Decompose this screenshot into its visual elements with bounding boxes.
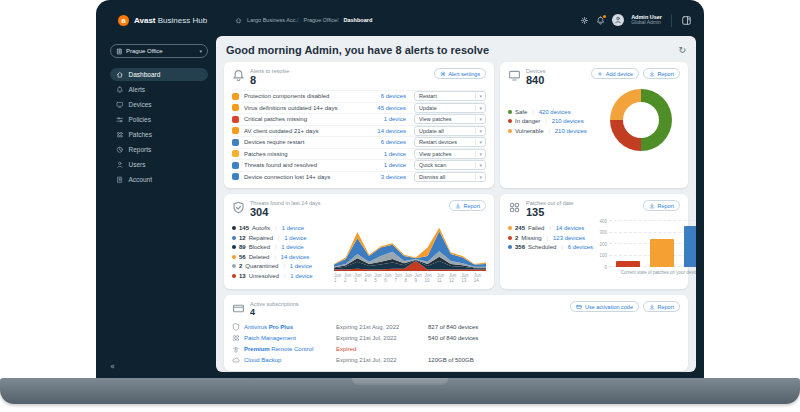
legend-dot (508, 110, 512, 114)
alert-devices-link[interactable]: 6 devices (352, 93, 406, 99)
report-button[interactable]: Report (643, 301, 680, 312)
subscription-name-link[interactable]: Cloud Backup (244, 357, 336, 363)
sidebar-item-icon (116, 86, 124, 94)
legend-label: Scheduled (528, 244, 556, 250)
user-menu[interactable]: Admin User Global Admin (631, 14, 662, 26)
devices-legend: Safe 420 devices In danger 210 devices (508, 107, 587, 136)
gear-icon[interactable] (580, 16, 589, 25)
subscription-icon (232, 345, 240, 353)
sidebar-item-label: Dashboard (129, 71, 161, 78)
alert-severity-icon (232, 139, 239, 146)
button-label: Alert settings (448, 71, 480, 77)
alert-action-select[interactable]: Restart devices ▾ (414, 137, 486, 147)
subscription-icon (232, 323, 240, 331)
patches-legend: 245 Failed 14 devices 2 Missing (508, 223, 593, 275)
legend-label: In danger (515, 118, 540, 124)
devices-card: Devices 840 Add device (500, 62, 688, 188)
button-label: Report (657, 71, 674, 77)
sidebar-item[interactable]: Account | (110, 173, 208, 186)
legend-value-link[interactable]: 1 device (281, 244, 303, 250)
report-button[interactable]: Report (449, 200, 486, 211)
alert-devices-link[interactable]: 14 devices (352, 128, 406, 134)
sidebar-item-icon (116, 131, 124, 139)
legend-value-link[interactable]: 14 devices (281, 254, 310, 260)
refresh-icon[interactable]: ↻ (678, 46, 686, 55)
alert-devices-link[interactable]: 1 device (352, 151, 406, 157)
alert-devices-link[interactable]: 1 device (352, 116, 406, 122)
sidebar-item[interactable]: Dashboard | (110, 68, 208, 81)
sidebar-item[interactable]: Users | (110, 158, 208, 171)
breadcrumb-item[interactable]: Dashboard (337, 17, 372, 23)
report-button[interactable]: Report (643, 68, 680, 79)
sidebar-item[interactable]: Reports | (110, 143, 208, 156)
alert-action-select[interactable]: Quick scan ▾ (414, 160, 486, 170)
sidebar-item[interactable]: Devices | (110, 98, 208, 111)
chevron-down-icon: ▾ (475, 139, 485, 145)
alert-devices-link[interactable]: 3 devices (352, 174, 406, 180)
breadcrumb-item[interactable]: Prague Office (297, 17, 337, 23)
report-button[interactable]: Report (643, 200, 680, 211)
use-activation-code-button[interactable]: Use activation code (570, 301, 639, 312)
legend-item: 2 Missing 123 devices (508, 233, 593, 243)
card-icon (232, 302, 245, 315)
alert-action-select[interactable]: Update all ▾ (414, 126, 486, 136)
add-device-button[interactable]: Add device (591, 68, 639, 79)
sidebar-item[interactable]: Policies | (110, 113, 208, 126)
legend-count: 13 (239, 273, 246, 279)
alert-label: Virus definitions outdated 14+ days (244, 105, 352, 111)
sidebar-item[interactable]: Alerts | NEW (110, 83, 208, 96)
legend-value-link[interactable]: 1 device (284, 235, 306, 241)
alert-devices-link[interactable]: 1 device (352, 162, 406, 168)
legend-value-link[interactable]: 123 devices (553, 235, 585, 241)
chevron-down-icon: ▾ (475, 128, 485, 134)
breadcrumb-item[interactable]: Largo Business Acc. (247, 17, 297, 23)
legend-value-link[interactable]: 6 devices (568, 244, 593, 250)
legend-value-link[interactable]: 1 device (282, 225, 304, 231)
legend-count: 145 (239, 225, 249, 231)
alert-action-select[interactable]: View patches ▾ (414, 114, 486, 124)
x-tick-label: Jun 4 (364, 273, 374, 283)
card-title: Active subscriptions (250, 301, 299, 307)
subscription-name-link[interactable]: Patch Management (244, 335, 336, 341)
org-selector[interactable]: Prague Office ▾ (110, 44, 208, 58)
sidebar-item[interactable]: Patches | (110, 128, 208, 141)
sidebar-collapse-button[interactable]: « (110, 363, 115, 371)
sidebar-item-label: Users (129, 161, 146, 168)
alerts-card: Alerts to resolve 8 Alert settings (224, 62, 494, 188)
alerts-count: 8 (250, 74, 289, 87)
legend-value-link[interactable]: 210 devices (552, 118, 584, 124)
alert-settings-button[interactable]: Alert settings (434, 68, 486, 79)
laptop-base (0, 378, 800, 404)
notifications-bell[interactable] (596, 16, 605, 25)
name-part: Cloud Backup (244, 357, 281, 363)
legend-item: In danger 210 devices (508, 116, 587, 126)
legend-value-link[interactable]: 210 devices (555, 128, 587, 134)
threats-legend: 145 Autofix 1 device 12 Repaired (232, 223, 326, 283)
download-icon (455, 203, 461, 209)
subscription-name-link[interactable]: Premium Remote Control (244, 346, 336, 352)
alert-action-select[interactable]: Restart ▾ (414, 91, 486, 101)
download-icon (649, 304, 655, 310)
divider (547, 225, 552, 231)
subscription-name-link[interactable]: Antivirus Pro Plus (244, 324, 336, 330)
patches-bar-chart: 0100200300400 Current state of patches o… (593, 221, 696, 275)
legend-value-link[interactable]: 420 devices (539, 109, 571, 115)
alert-action-select[interactable]: Dismiss all ▾ (414, 172, 486, 182)
alert-devices-link[interactable]: 45 devices (352, 105, 406, 111)
top-bar: a Avast Business Hub Largo Business Acc.… (96, 0, 704, 36)
legend-count: 12 (239, 235, 246, 241)
alert-action-select[interactable]: Update ▾ (414, 103, 486, 113)
help-panel-icon[interactable] (681, 15, 692, 26)
divider (559, 244, 564, 250)
avatar[interactable] (612, 14, 624, 26)
legend-value-link[interactable]: 1 device (290, 273, 312, 279)
org-selector-label: Prague Office (126, 48, 163, 54)
subscription-row: Premium Remote Control Expired (232, 343, 680, 354)
legend-value-link[interactable]: 14 devices (556, 225, 585, 231)
legend-value-link[interactable]: 1 device (290, 263, 312, 269)
alert-action-select[interactable]: View patches ▾ (414, 149, 486, 159)
alert-devices-link[interactable]: 6 devices (352, 139, 406, 145)
sidebar-item-icon (116, 176, 124, 184)
alert-label: Devices require restart (244, 139, 352, 145)
legend-dot (232, 274, 236, 278)
